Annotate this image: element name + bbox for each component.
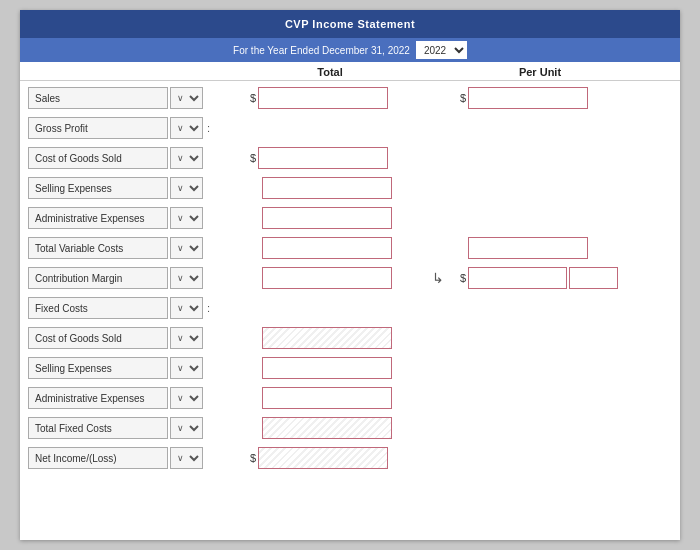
sales-total-input[interactable] bbox=[258, 87, 388, 109]
cogs1-input[interactable] bbox=[258, 147, 388, 169]
contrib-perunit-input[interactable] bbox=[468, 267, 566, 289]
contrib-dropdown[interactable]: ∨ bbox=[170, 267, 203, 289]
content-area: Sales ∨ $ $ Gross Profit ∨ : bbox=[20, 81, 680, 540]
contrib-total-col bbox=[248, 267, 428, 289]
spreadsheet: CVP Income Statement For the Year Ended … bbox=[20, 10, 680, 540]
row-selling-2: Selling Expenses ∨ bbox=[28, 355, 672, 381]
admin1-dropdown[interactable]: ∨ bbox=[170, 207, 203, 229]
cogs1-label-cell: Cost of Goods Sold ∨ bbox=[28, 147, 228, 169]
net-income-label: Net Income/(Loss) bbox=[28, 447, 168, 469]
total-fixed-dropdown[interactable]: ∨ bbox=[170, 417, 203, 439]
row-total-fixed: Total Fixed Costs ∨ bbox=[28, 415, 672, 441]
row-gross-profit: Gross Profit ∨ : bbox=[28, 115, 672, 141]
contrib-label: Contribution Margin bbox=[28, 267, 168, 289]
total-var-dropdown[interactable]: ∨ bbox=[170, 237, 203, 259]
total-column-header: Total bbox=[240, 66, 420, 78]
total-fixed-total-col bbox=[248, 417, 428, 439]
selling2-dropdown[interactable]: ∨ bbox=[170, 357, 203, 379]
column-headers: Total Per Unit bbox=[20, 62, 680, 81]
selling2-label: Selling Expenses bbox=[28, 357, 168, 379]
admin2-total-col bbox=[248, 387, 428, 409]
total-fixed-label: Total Fixed Costs bbox=[28, 417, 168, 439]
fixed-colon: : bbox=[207, 302, 210, 314]
admin2-dropdown[interactable]: ∨ bbox=[170, 387, 203, 409]
header-title: CVP Income Statement bbox=[285, 18, 415, 30]
cogs1-total-col: $ bbox=[248, 147, 428, 169]
admin1-label-cell: Administrative Expenses ∨ bbox=[28, 207, 228, 229]
selling2-label-cell: Selling Expenses ∨ bbox=[28, 357, 228, 379]
row-net-income: Net Income/(Loss) ∨ $ bbox=[28, 445, 672, 471]
total-fixed-label-cell: Total Fixed Costs ∨ bbox=[28, 417, 228, 439]
selling2-input[interactable] bbox=[262, 357, 392, 379]
row-selling-1: Selling Expenses ∨ bbox=[28, 175, 672, 201]
total-var-label-cell: Total Variable Costs ∨ bbox=[28, 237, 228, 259]
subheader: For the Year Ended December 31, 2022 202… bbox=[20, 38, 680, 62]
total-fixed-input[interactable] bbox=[262, 417, 392, 439]
row-total-variable: Total Variable Costs ∨ bbox=[28, 235, 672, 261]
row-cogs-2: Cost of Goods Sold ∨ bbox=[28, 325, 672, 351]
cogs1-dollar: $ bbox=[250, 152, 256, 164]
subheader-label: For the Year Ended December 31, 2022 bbox=[233, 45, 410, 56]
fixed-dropdown[interactable]: ∨ bbox=[170, 297, 203, 319]
contrib-perunit-input2[interactable] bbox=[569, 267, 618, 289]
net-income-total-col: $ bbox=[248, 447, 428, 469]
sales-dollar: $ bbox=[250, 92, 256, 104]
cogs2-label-cell: Cost of Goods Sold ∨ bbox=[28, 327, 228, 349]
total-var-input[interactable] bbox=[262, 237, 392, 259]
selling1-label: Selling Expenses bbox=[28, 177, 168, 199]
year-select[interactable]: 2022 bbox=[416, 41, 467, 59]
sales-total-col: $ bbox=[248, 87, 428, 109]
cogs2-label: Cost of Goods Sold bbox=[28, 327, 168, 349]
net-income-input[interactable] bbox=[258, 447, 388, 469]
cogs2-dropdown[interactable]: ∨ bbox=[170, 327, 203, 349]
admin1-total-col bbox=[248, 207, 428, 229]
selling1-label-cell: Selling Expenses ∨ bbox=[28, 177, 228, 199]
net-income-dropdown[interactable]: ∨ bbox=[170, 447, 203, 469]
gross-profit-label-cell: Gross Profit ∨ : bbox=[28, 117, 228, 139]
cogs2-total-col bbox=[248, 327, 428, 349]
net-income-label-cell: Net Income/(Loss) ∨ bbox=[28, 447, 228, 469]
sales-perunit-input[interactable] bbox=[468, 87, 588, 109]
gross-profit-dropdown[interactable]: ∨ bbox=[170, 117, 203, 139]
cogs2-input[interactable] bbox=[262, 327, 392, 349]
row-admin-2: Administrative Expenses ∨ bbox=[28, 385, 672, 411]
sales-perunit-col: $ bbox=[458, 87, 618, 109]
row-sales: Sales ∨ $ $ bbox=[28, 85, 672, 111]
admin2-label-cell: Administrative Expenses ∨ bbox=[28, 387, 228, 409]
admin2-input[interactable] bbox=[262, 387, 392, 409]
contrib-label-cell: Contribution Margin ∨ bbox=[28, 267, 228, 289]
sales-perunit-dollar: $ bbox=[460, 92, 466, 104]
contrib-perunit-col: $ bbox=[458, 267, 618, 289]
net-income-dollar: $ bbox=[250, 452, 256, 464]
contrib-total-input[interactable] bbox=[262, 267, 392, 289]
selling1-input[interactable] bbox=[262, 177, 392, 199]
contrib-dollar: $ bbox=[460, 272, 466, 284]
admin2-label: Administrative Expenses bbox=[28, 387, 168, 409]
cogs1-dropdown[interactable]: ∨ bbox=[170, 147, 203, 169]
gross-profit-label: Gross Profit bbox=[28, 117, 168, 139]
fixed-label-cell: Fixed Costs ∨ : bbox=[28, 297, 228, 319]
total-var-total-col bbox=[248, 237, 428, 259]
fixed-label: Fixed Costs bbox=[28, 297, 168, 319]
row-cogs-1: Cost of Goods Sold ∨ $ bbox=[28, 145, 672, 171]
selling1-dropdown[interactable]: ∨ bbox=[170, 177, 203, 199]
sales-label: Sales bbox=[28, 87, 168, 109]
admin1-label: Administrative Expenses bbox=[28, 207, 168, 229]
cogs1-label: Cost of Goods Sold bbox=[28, 147, 168, 169]
cursor-icon: ↳ bbox=[432, 270, 444, 286]
total-var-perunit-col bbox=[458, 237, 618, 259]
row-contribution-margin: Contribution Margin ∨ ↳ $ bbox=[28, 265, 672, 291]
admin1-input[interactable] bbox=[262, 207, 392, 229]
row-admin-1: Administrative Expenses ∨ bbox=[28, 205, 672, 231]
total-var-label: Total Variable Costs bbox=[28, 237, 168, 259]
gross-profit-colon: : bbox=[207, 122, 210, 134]
row-fixed-costs: Fixed Costs ∨ : bbox=[28, 295, 672, 321]
sales-dropdown[interactable]: ∨ bbox=[170, 87, 203, 109]
header-bar: CVP Income Statement bbox=[20, 10, 680, 38]
total-var-perunit-input[interactable] bbox=[468, 237, 588, 259]
sales-label-cell: Sales ∨ bbox=[28, 87, 228, 109]
selling1-total-col bbox=[248, 177, 428, 199]
perunit-column-header: Per Unit bbox=[460, 66, 620, 78]
selling2-total-col bbox=[248, 357, 428, 379]
